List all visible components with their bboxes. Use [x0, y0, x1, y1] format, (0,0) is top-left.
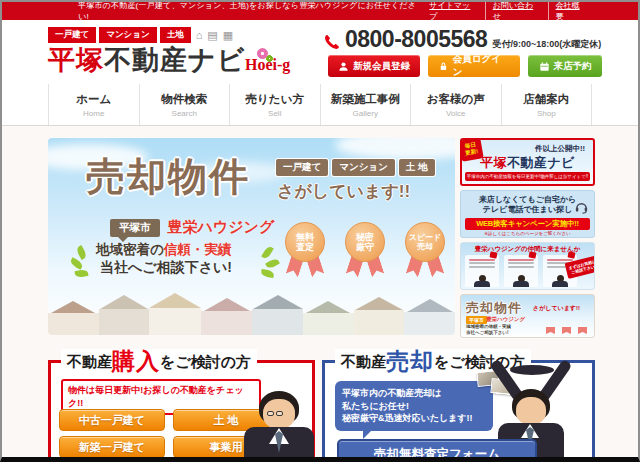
lock-icon: [438, 61, 449, 72]
property-type-tags: 一戸建て マンション 土地 ⌂ ▤ ▦: [48, 27, 233, 43]
sell-section: 不動産売却をご検討の方 平塚市内の不動産売却は 私たちにお任せ! 秘密厳守&迅速…: [322, 360, 595, 462]
mini-city-tag: 平塚市: [466, 316, 487, 324]
page: 平塚市の不動産(一戸建て、マンション、土地)をお探しなら豊栄ハウジングにお任せく…: [0, 0, 640, 462]
sidebar-banner-mini-hero[interactable]: 売却物件 さがしています!! 平塚市 豊栄ハウジング 地域密着の信頼・実績 当社…: [460, 294, 595, 338]
mini-medal-icon: [560, 315, 573, 334]
calendar-icon: [539, 61, 550, 72]
medal-free-assessment: 無料 査定: [284, 222, 326, 280]
nav-home[interactable]: ホームHome: [48, 84, 139, 125]
login-label: 会員ログイン: [453, 53, 510, 79]
flag-icon: [568, 251, 576, 258]
nav-gallery[interactable]: 新築施工事例Gallery: [320, 84, 411, 125]
staff-photo: [552, 275, 568, 287]
login-button[interactable]: 会員ログイン: [428, 55, 520, 77]
register-label: 新規会員登録: [353, 60, 410, 73]
staff-photo: [513, 275, 529, 287]
nav-voice[interactable]: お客様の声Voice: [410, 84, 501, 125]
hero-property-tags: 一戸建て マンション 土 地: [276, 159, 435, 176]
hero-subtitle: さがしています!!: [277, 180, 410, 203]
tag-mansion: マンション: [99, 27, 157, 43]
sidebar-banner-web-campaign[interactable]: 来店しなくてもご自宅から テレビ電話で住まい探し WEB接客キャンペーン実施中!…: [460, 190, 595, 238]
staff-photo-purchase: [242, 391, 316, 462]
medal-confidential: 秘密 厳守: [344, 222, 386, 280]
land-icon: ▦: [223, 30, 233, 41]
sidebar-site-title: 平塚不動産ナビ: [462, 154, 593, 172]
button-used-house[interactable]: 中古一戸建て: [59, 409, 165, 431]
mini-company: 豊栄ハウジング: [486, 316, 525, 323]
phone-icon: [324, 34, 340, 50]
mini-medal-icon: [544, 315, 557, 334]
nav-sell[interactable]: 売りたい方Sell: [229, 84, 320, 125]
sell-assessment-form-button[interactable]: 売却無料査定フォーム: [337, 439, 537, 462]
flag-icon: [529, 251, 537, 258]
logo-text-dark: 不動産ナビ: [104, 45, 245, 75]
purchase-section: 不動産購入をご検討の方 物件は毎日更新中!お探しの不動産をチェック!! 中古一戸…: [48, 360, 315, 462]
medal-speed-sale: スピード 売却: [404, 222, 446, 280]
recruit-columns: [465, 255, 577, 287]
top-utility-bar: 平塚市の不動産(一戸建て、マンション、土地)をお探しなら豊栄ハウジングにお任せく…: [2, 2, 638, 20]
button-new-house[interactable]: 新築一戸建て: [59, 436, 165, 458]
mini-hero-title: 売却物件: [466, 299, 522, 317]
phone-number: 0800-8005568: [345, 26, 487, 53]
link-sitemap[interactable]: サイトマップ: [422, 0, 484, 22]
main-nav: ホームHome 物件検索Search 売りたい方Sell 新築施工事例Galle…: [2, 84, 638, 126]
sidebar-banner-listings[interactable]: 毎日 更新! 件以上公開中!! 平塚不動産ナビ 平塚市内の不動産情報を毎日更新中…: [460, 138, 595, 186]
recruit-card: [465, 255, 499, 287]
recruit-card: [504, 255, 538, 287]
hero-tag-mansion: マンション: [332, 159, 395, 176]
hero-medals: 無料 査定 秘密 厳守 スピード 売却: [284, 222, 446, 280]
mini-medal-icon: [576, 315, 589, 334]
tag-land: 土地: [160, 27, 191, 43]
link-company[interactable]: 会社概要: [548, 0, 594, 22]
site-logo[interactable]: 平塚不動産ナビ: [48, 42, 245, 78]
person-icon: [338, 61, 349, 72]
hero-trust-line: 地域密着の信頼・実績: [96, 241, 231, 259]
campaign-band: WEB接客キャンペーン実施中!!: [465, 218, 590, 230]
headset-icon: [574, 199, 589, 214]
hero-tag-land: 土 地: [399, 159, 435, 176]
nav-search[interactable]: 物件検索Search: [139, 84, 230, 125]
link-contact[interactable]: お問い合わせ: [485, 0, 548, 22]
nav-shop[interactable]: 店舗案内Shop: [501, 84, 593, 125]
staff-photo: [474, 275, 490, 287]
phone-hours: 受付/9:00~18:00(水曜定休): [492, 38, 601, 51]
purchase-title: 不動産購入をご検討の方: [61, 349, 257, 374]
mini-consult-line: 当社へご相談下さい!: [466, 330, 508, 335]
reserve-label: 来店予約: [554, 60, 592, 73]
header-buttons: 新規会員登録 会員ログイン 来店予約: [328, 55, 602, 77]
mini-hero-subtitle: さがしています!!: [533, 304, 580, 313]
campaign-note: ※詳しくはこちらのページをご覧ください: [461, 231, 594, 236]
tag-detached-house: 一戸建て: [48, 27, 96, 43]
hero-consult-line: 当社へご相談下さい!: [100, 259, 232, 277]
company-logo-hoei: Hoei-g: [245, 56, 290, 74]
hero-banner[interactable]: 売却物件 一戸建て マンション 土 地 さがしています!! 平塚市 豊栄ハウジン…: [48, 138, 455, 335]
sidebar-strip-text: 平塚市内の不動産情報を毎日更新中!物件探しは当サイトで!!: [465, 172, 590, 181]
reserve-button[interactable]: 来店予約: [528, 55, 602, 77]
mini-medals: [544, 315, 589, 334]
register-button[interactable]: 新規会員登録: [328, 55, 420, 77]
site-catchphrase: 平塚市の不動産(一戸建て、マンション、土地)をお探しなら豊栄ハウジングにお任せく…: [2, 0, 422, 22]
phone-block: 0800-8005568 受付/9:00~18:00(水曜定休): [324, 26, 601, 53]
company-name: 豊栄ハウジング: [168, 218, 275, 237]
building-icon: ▤: [207, 30, 217, 41]
houses-illustration: [48, 293, 455, 335]
mini-trust-line: 地域密着の信頼・実績: [466, 324, 511, 329]
logo-text-red: 平塚: [48, 45, 104, 75]
house-icon: ⌂: [196, 30, 203, 41]
hero-city-row: 平塚市 豊栄ハウジング: [110, 218, 274, 237]
cloud-decoration: [335, 138, 455, 160]
utility-links: サイトマップ お問い合わせ 会社概要: [422, 0, 638, 22]
flag-icon: [490, 251, 498, 258]
listing-count-text: 件以上公開中!!: [535, 144, 585, 154]
sidebar-banner-recruit[interactable]: 豊栄ハウジングの仲間に来ませんか まずはお気軽に ご相談下さい!: [460, 242, 595, 290]
hero-tag-detached: 一戸建て: [276, 159, 328, 176]
sell-bubble: 平塚市内の不動産売却は 私たちにお任せ! 秘密厳守&迅速対応いたします!!: [335, 381, 493, 431]
glasses-icon: [267, 411, 283, 416]
site-header: 一戸建て マンション 土地 ⌂ ▤ ▦ 平塚不動産ナビ Hoei-g 0800-…: [2, 20, 638, 84]
hero-title: 売却物件: [86, 150, 250, 204]
city-tag: 平塚市: [110, 219, 160, 237]
